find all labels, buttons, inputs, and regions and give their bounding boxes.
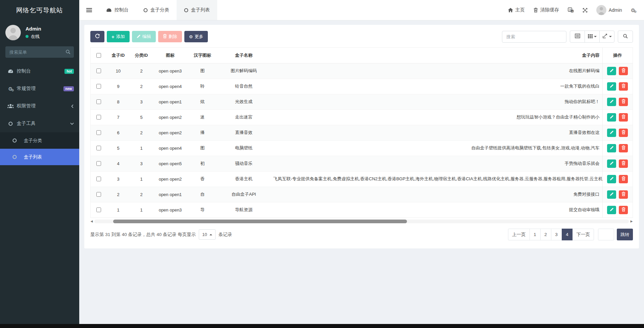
jump-page-input[interactable] bbox=[598, 229, 614, 240]
row-edit-button[interactable] bbox=[607, 144, 616, 152]
sidebar-item-auth[interactable]: 权限管理 bbox=[0, 97, 79, 115]
row-edit-button[interactable] bbox=[607, 98, 616, 106]
row-edit-button[interactable] bbox=[607, 67, 616, 75]
sidebar-item-box-tools[interactable]: 盒子工具 bbox=[0, 115, 79, 132]
row-delete-button[interactable] bbox=[619, 98, 628, 106]
sidebar-item-label: 常规管理 bbox=[17, 86, 63, 92]
table-row: 1 1 open open3 导 导航资源 提交自动审核哦 bbox=[91, 202, 633, 218]
hamburger-menu-icon[interactable] bbox=[79, 0, 99, 20]
row-edit-button[interactable] bbox=[607, 190, 616, 199]
language-button[interactable]: 文A bbox=[568, 7, 574, 13]
cell-icon: open open3 bbox=[152, 63, 188, 79]
user-menu[interactable]: Admin bbox=[596, 5, 622, 15]
tab-box-list[interactable]: 盒子列表 bbox=[177, 0, 217, 20]
row-checkbox[interactable] bbox=[96, 99, 101, 104]
jump-button[interactable]: 跳转 bbox=[617, 229, 633, 240]
trash-icon bbox=[622, 145, 626, 151]
badge: hot bbox=[64, 69, 74, 74]
pencil-icon bbox=[610, 84, 614, 89]
settings-button[interactable]: ⚙⚙ bbox=[631, 8, 635, 13]
sidebar-subitem-box-list[interactable]: 盒子列表 bbox=[0, 149, 79, 165]
columns-button[interactable] bbox=[585, 31, 600, 43]
page-button-4[interactable]: 4 bbox=[562, 229, 573, 240]
row-delete-button[interactable] bbox=[619, 113, 628, 122]
home-button[interactable]: 主页 bbox=[508, 7, 525, 13]
sidebar-item-console[interactable]: 控制台 hot bbox=[0, 62, 79, 80]
search-submit-button[interactable] bbox=[618, 31, 633, 43]
cell-cat-id: 2 bbox=[130, 79, 152, 94]
edit-button[interactable]: 编辑 bbox=[132, 31, 156, 42]
row-select-cell bbox=[91, 202, 106, 218]
row-delete-button[interactable] bbox=[619, 129, 628, 137]
cell-ops bbox=[602, 63, 633, 79]
row-checkbox[interactable] bbox=[96, 130, 101, 135]
row-delete-button[interactable] bbox=[619, 190, 628, 199]
cell-content: 提交自动审核哦 bbox=[271, 202, 602, 218]
sidebar-subitem-box-category[interactable]: 盒子分类 bbox=[0, 132, 79, 149]
prev-page-button[interactable]: 上一页 bbox=[508, 229, 530, 240]
row-edit-button[interactable] bbox=[607, 159, 616, 168]
row-checkbox[interactable] bbox=[96, 115, 101, 120]
row-checkbox[interactable] bbox=[96, 84, 101, 89]
row-edit-button[interactable] bbox=[607, 129, 616, 137]
refresh-button[interactable] bbox=[90, 31, 104, 42]
export-button[interactable] bbox=[599, 31, 614, 43]
table-search-input[interactable] bbox=[502, 31, 566, 43]
tab-label: 盒子分类 bbox=[150, 7, 169, 13]
row-checkbox[interactable] bbox=[96, 146, 101, 150]
row-edit-button[interactable] bbox=[607, 113, 616, 122]
cell-icon: open open2 bbox=[152, 171, 188, 187]
page-button-1[interactable]: 1 bbox=[530, 229, 541, 240]
row-delete-button[interactable] bbox=[619, 206, 628, 214]
sidebar-item-label: 权限管理 bbox=[17, 103, 71, 109]
row-checkbox[interactable] bbox=[96, 161, 101, 166]
row-delete-button[interactable] bbox=[619, 67, 628, 75]
columns-grid-icon bbox=[588, 34, 593, 40]
clear-cache-button[interactable]: 清除缓存 bbox=[534, 7, 559, 13]
fullscreen-button[interactable] bbox=[583, 8, 588, 13]
page-number-list: 1234 bbox=[530, 229, 573, 240]
cell-name: 光效生成 bbox=[217, 94, 271, 109]
table-row: 8 3 open open1 炫 光效生成 拖动你的鼠标吧！ bbox=[91, 94, 633, 109]
scrollbar-track[interactable] bbox=[94, 220, 629, 223]
cell-box-id: 8 bbox=[106, 94, 130, 109]
page-button-2[interactable]: 2 bbox=[540, 229, 551, 240]
next-page-button[interactable]: 下一页 bbox=[572, 229, 594, 240]
cell-name: 走出迷宫 bbox=[217, 109, 271, 125]
scroll-left-arrow-icon[interactable]: ◀ bbox=[90, 220, 93, 223]
row-delete-button[interactable] bbox=[619, 175, 628, 183]
delete-button[interactable]: 删除 bbox=[158, 31, 182, 42]
trash-icon bbox=[622, 176, 626, 182]
sidebar-item-general[interactable]: ⚙⚙ 常规管理 new bbox=[0, 80, 79, 97]
select-all-checkbox[interactable] bbox=[96, 53, 101, 58]
row-edit-button[interactable] bbox=[607, 82, 616, 91]
row-checkbox[interactable] bbox=[96, 192, 101, 197]
tab-console[interactable]: 控制台 bbox=[99, 0, 136, 20]
trash-icon bbox=[622, 99, 626, 104]
badge: new bbox=[63, 86, 74, 91]
row-checkbox[interactable] bbox=[96, 177, 101, 181]
tab-box-category[interactable]: 盒子分类 bbox=[136, 0, 177, 20]
cell-zh-icon: 图 bbox=[188, 140, 217, 156]
row-edit-button[interactable] bbox=[607, 175, 616, 183]
row-select-cell bbox=[91, 94, 106, 109]
circle-icon bbox=[184, 8, 188, 12]
page-button-3[interactable]: 3 bbox=[551, 229, 562, 240]
menu-search-input[interactable] bbox=[5, 46, 74, 58]
row-delete-button[interactable] bbox=[619, 159, 628, 168]
row-checkbox[interactable] bbox=[96, 68, 101, 73]
row-select-cell bbox=[91, 187, 106, 202]
add-button[interactable]: + 添加 bbox=[107, 31, 130, 42]
search-icon bbox=[623, 34, 628, 40]
plus-icon: + bbox=[111, 34, 114, 39]
detail-view-button[interactable] bbox=[570, 31, 585, 43]
more-button[interactable]: ⚙ 更多 bbox=[184, 31, 208, 42]
scrollbar-thumb[interactable] bbox=[113, 220, 407, 223]
page-size-dropdown[interactable]: 10 bbox=[199, 229, 215, 240]
row-edit-button[interactable] bbox=[607, 206, 616, 214]
pencil-icon bbox=[610, 161, 614, 166]
row-delete-button[interactable] bbox=[619, 144, 628, 152]
scroll-right-arrow-icon[interactable]: ▶ bbox=[630, 220, 633, 223]
row-delete-button[interactable] bbox=[619, 82, 628, 91]
row-checkbox[interactable] bbox=[96, 207, 101, 212]
